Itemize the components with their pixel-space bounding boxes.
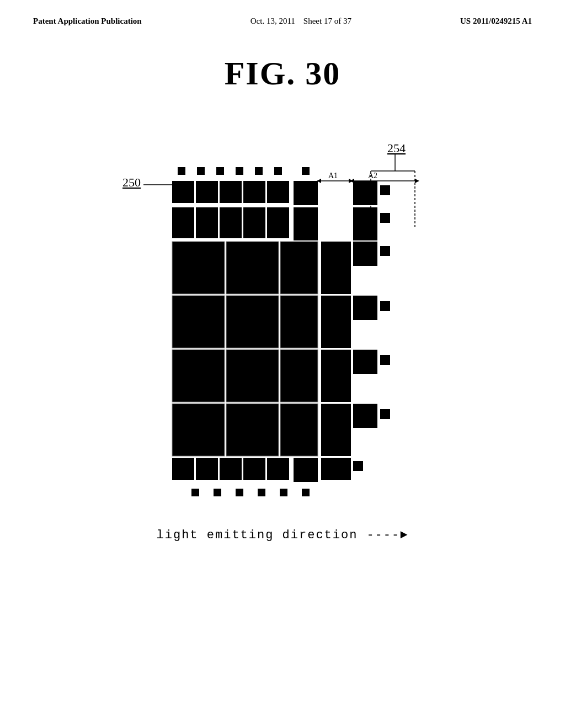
block-bot-3	[220, 458, 242, 480]
rblock-r3	[353, 207, 377, 240]
cell-1-3	[280, 242, 318, 294]
block-r2-3	[220, 181, 242, 203]
dot-bot-4	[258, 489, 265, 496]
header-left: Patent Application Publication	[33, 15, 142, 27]
cell-2-2	[226, 296, 279, 348]
block-bot-5	[267, 458, 289, 480]
dot-bot-2	[214, 489, 221, 496]
dot-top-2	[197, 167, 205, 175]
cell-2-1	[172, 296, 225, 348]
rblock-row4-sm	[353, 404, 377, 428]
cell-4-2	[226, 404, 279, 456]
block-r3-2	[196, 207, 218, 238]
block-r3-5	[267, 207, 289, 238]
rblock-row1	[321, 242, 351, 294]
block-r2-5	[267, 181, 289, 203]
block-bot-4	[243, 458, 265, 480]
rblock-row4	[321, 404, 351, 456]
cell-2-3	[280, 296, 318, 348]
rdot-bot	[353, 461, 363, 471]
rblock-row3-sm	[353, 350, 377, 374]
cell-3-1	[172, 350, 225, 402]
rblock-r2	[353, 181, 377, 205]
diagram-container: 250 254 A1 A2	[0, 126, 565, 512]
block-r2-2	[196, 181, 218, 203]
cell-1-1	[172, 242, 225, 294]
rdot-row1	[380, 246, 390, 256]
light-direction-container: light emitting direction ----►	[0, 528, 565, 542]
label-a1: A1	[328, 172, 338, 180]
block-r3-4	[243, 207, 265, 238]
patent-pub-label: Patent Application Publication	[33, 17, 142, 25]
dot-top-5	[255, 167, 263, 175]
dot-top-4	[236, 167, 243, 175]
rdot-row4	[380, 409, 390, 419]
dot-top-6	[274, 167, 282, 175]
block-r3-6	[294, 207, 318, 240]
sheet-label: Sheet 17 of 37	[303, 17, 351, 25]
rblock-row2-sm	[353, 296, 377, 320]
block-bot-1	[172, 458, 194, 480]
rdot-r2	[380, 185, 390, 195]
rblock-bot	[321, 458, 351, 480]
rdot-row3	[380, 355, 390, 365]
header-center: Oct. 13, 2011 Sheet 17 of 37	[250, 15, 351, 27]
label-250: 250	[122, 175, 141, 189]
date-label: Oct. 13, 2011	[250, 17, 295, 25]
main-diagram-svg: 250 254 A1 A2	[106, 126, 459, 512]
block-r2-6	[294, 181, 318, 205]
label-a2: A2	[368, 172, 377, 180]
rblock-row1-sm	[353, 242, 377, 266]
dot-top-3	[216, 167, 224, 175]
dot-top-7	[302, 167, 310, 175]
rblock-row2	[321, 296, 351, 348]
block-r2-1	[172, 181, 194, 203]
dot-bot-5	[280, 489, 287, 496]
block-r3-1	[172, 207, 194, 238]
light-direction-arrow: ----►	[366, 528, 408, 542]
dot-top-1	[178, 167, 185, 175]
dot-bot-6	[302, 489, 310, 496]
cell-4-1	[172, 404, 225, 456]
header-right: US 2011/0249215 A1	[460, 15, 532, 27]
page-header: Patent Application Publication Oct. 13, …	[0, 0, 565, 27]
cell-1-2	[226, 242, 279, 294]
patent-number-label: US 2011/0249215 A1	[460, 17, 532, 25]
dot-bot-3	[236, 489, 243, 496]
rblock-row3	[321, 350, 351, 402]
cell-4-3	[280, 404, 318, 456]
light-direction-text: light emitting direction	[157, 528, 358, 542]
cell-3-2	[226, 350, 279, 402]
figure-title: FIG. 30	[0, 55, 565, 93]
cell-3-3	[280, 350, 318, 402]
block-bot-6	[294, 458, 318, 482]
block-bot-2	[196, 458, 218, 480]
dot-bot-1	[191, 489, 199, 496]
block-r2-4	[243, 181, 265, 203]
rdot-r3	[380, 213, 390, 223]
block-r3-3	[220, 207, 242, 238]
label-254: 254	[387, 141, 406, 155]
rdot-row2	[380, 301, 390, 311]
svg-marker-10	[415, 179, 419, 183]
